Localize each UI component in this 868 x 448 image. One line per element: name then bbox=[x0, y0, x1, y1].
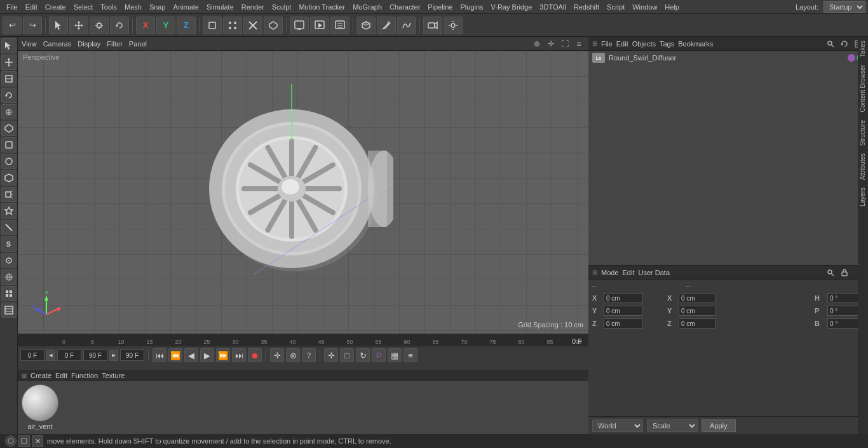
left-tool-4[interactable] bbox=[1, 88, 17, 103]
menu-character[interactable]: Character bbox=[386, 2, 424, 12]
x-axis-button[interactable]: X bbox=[136, 17, 155, 34]
left-tool-12[interactable] bbox=[1, 220, 17, 235]
left-tool-8[interactable] bbox=[1, 154, 17, 169]
vtab-takes[interactable]: Takes bbox=[858, 37, 868, 61]
menu-window[interactable]: Window bbox=[628, 2, 661, 12]
end-frame-field-1[interactable] bbox=[57, 350, 81, 361]
obj-search-icon[interactable] bbox=[825, 38, 836, 50]
y-pos-field[interactable] bbox=[604, 306, 643, 316]
material-sphere[interactable] bbox=[22, 384, 58, 421]
menu-redshift[interactable]: Redshift bbox=[570, 2, 603, 12]
left-tool-14[interactable] bbox=[1, 253, 17, 268]
z-pos-field2[interactable] bbox=[679, 318, 715, 329]
left-tool-9[interactable] bbox=[1, 170, 17, 186]
menu-render[interactable]: Render bbox=[238, 2, 268, 12]
menu-pipeline[interactable]: Pipeline bbox=[424, 2, 456, 12]
left-tool-1[interactable] bbox=[1, 38, 17, 53]
redo-button[interactable]: ↪ bbox=[23, 17, 42, 34]
go-start-button[interactable]: ⏮ bbox=[153, 348, 166, 362]
end-frame-field-3[interactable] bbox=[120, 350, 144, 361]
x-pos-field[interactable] bbox=[604, 293, 643, 303]
attr-menu-edit[interactable]: Edit bbox=[623, 269, 635, 276]
status-icon-3[interactable]: ✕ bbox=[32, 435, 43, 447]
x-pos-field2[interactable] bbox=[679, 293, 715, 303]
viewport-icon-lock[interactable]: ⊕ bbox=[531, 38, 543, 50]
menu-plugins[interactable]: Plugins bbox=[456, 2, 487, 12]
pen-button[interactable] bbox=[377, 17, 396, 34]
start-frame-field[interactable] bbox=[20, 350, 44, 361]
end-frame-field-2[interactable] bbox=[83, 350, 107, 361]
vtab-structure[interactable]: Structure bbox=[858, 116, 868, 150]
next-frame-button[interactable]: ⏩ bbox=[216, 348, 230, 362]
viewport-menu-panel[interactable]: Panel bbox=[129, 40, 147, 48]
menu-script[interactable]: Script bbox=[603, 2, 628, 12]
render-button[interactable] bbox=[310, 17, 329, 34]
light-button[interactable] bbox=[444, 17, 463, 34]
attr-menu-userdata[interactable]: User Data bbox=[639, 269, 670, 276]
polygons-mode-button[interactable] bbox=[264, 17, 283, 34]
z-axis-button[interactable]: Z bbox=[177, 17, 196, 34]
menu-tools[interactable]: Tools bbox=[97, 2, 121, 12]
scale-dropdown[interactable]: Scale bbox=[647, 419, 698, 432]
apply-button[interactable]: Apply bbox=[702, 419, 736, 432]
go-end-button[interactable]: ⏭ bbox=[232, 348, 246, 362]
obj-refresh-icon[interactable] bbox=[839, 38, 850, 50]
mat-menu-edit[interactable]: Edit bbox=[55, 372, 67, 379]
attr-search-icon[interactable] bbox=[825, 267, 836, 278]
vtab-content-browser[interactable]: Content Browser bbox=[858, 61, 868, 116]
rotate-tl-button[interactable]: ↻ bbox=[356, 348, 370, 362]
viewport-icon-settings[interactable]: ≡ bbox=[573, 38, 585, 50]
left-tool-3[interactable] bbox=[1, 71, 17, 86]
left-tool-10[interactable] bbox=[1, 187, 17, 202]
menu-3dtoall[interactable]: 3DTOAll bbox=[536, 2, 569, 12]
play-reverse-button[interactable]: ◀ bbox=[184, 348, 198, 362]
obj-menu-edit[interactable]: Edit bbox=[616, 40, 628, 48]
menu-help[interactable]: Help bbox=[661, 2, 683, 12]
move-tool-button[interactable] bbox=[69, 17, 88, 34]
box-select-button[interactable]: □ bbox=[340, 348, 354, 362]
menu-simulate[interactable]: Simulate bbox=[203, 2, 238, 12]
points-mode-button[interactable] bbox=[223, 17, 242, 34]
keyframe-add-button[interactable]: ✛ bbox=[270, 348, 284, 362]
viewport-menu-display[interactable]: Display bbox=[78, 40, 100, 48]
spline-button[interactable] bbox=[397, 17, 416, 34]
prev-frame-button[interactable]: ⏪ bbox=[168, 348, 182, 362]
left-tool-2[interactable] bbox=[1, 55, 17, 70]
undo-button[interactable]: ↩ bbox=[3, 17, 22, 34]
render-view-button[interactable] bbox=[290, 17, 309, 34]
menu-file[interactable]: File bbox=[3, 2, 22, 12]
play-button[interactable]: ▶ bbox=[200, 348, 214, 362]
rotate-tool-button[interactable] bbox=[110, 17, 129, 34]
viewport-menu-filter[interactable]: Filter bbox=[107, 40, 122, 48]
left-tool-11[interactable] bbox=[1, 203, 17, 219]
world-dropdown[interactable]: World bbox=[592, 419, 643, 432]
edges-mode-button[interactable] bbox=[243, 17, 262, 34]
z-pos-field[interactable] bbox=[604, 318, 643, 329]
grid-tl-button[interactable]: ▦ bbox=[388, 348, 402, 362]
cube-button[interactable] bbox=[356, 17, 376, 34]
viewport-icon-move[interactable]: ✛ bbox=[545, 38, 557, 50]
layout-select[interactable]: Startup bbox=[824, 1, 865, 13]
frame-start-arrow[interactable]: ◄ bbox=[46, 350, 55, 361]
scale-tool-button[interactable] bbox=[90, 17, 109, 34]
left-tool-16[interactable] bbox=[1, 286, 17, 301]
dope-button[interactable]: ≡ bbox=[403, 348, 417, 362]
left-tool-15[interactable] bbox=[1, 269, 17, 285]
keyframe-remove-button[interactable]: ⊗ bbox=[286, 348, 300, 362]
camera-button[interactable] bbox=[423, 17, 442, 34]
obj-menu-objects[interactable]: Objects bbox=[632, 40, 656, 48]
mat-menu-function[interactable]: Function bbox=[71, 372, 98, 379]
objects-body[interactable]: Lo Round_Swirl_Diffuser bbox=[588, 51, 868, 265]
obj-menu-bookmarks[interactable]: Bookmarks bbox=[678, 40, 713, 48]
mat-menu-create[interactable]: Create bbox=[31, 372, 51, 379]
status-icon-2[interactable] bbox=[18, 435, 30, 447]
preview-button[interactable]: P bbox=[372, 348, 386, 362]
object-mode-button[interactable] bbox=[203, 17, 222, 34]
attr-menu-mode[interactable]: Mode bbox=[601, 269, 619, 276]
mat-menu-texture[interactable]: Texture bbox=[102, 372, 125, 379]
render-settings-button[interactable] bbox=[330, 17, 349, 34]
menu-motion-tracker[interactable]: Motion Tracker bbox=[295, 2, 349, 12]
object-row[interactable]: Lo Round_Swirl_Diffuser bbox=[588, 51, 868, 65]
vtab-layers[interactable]: Layers bbox=[858, 184, 868, 210]
menu-mesh[interactable]: Mesh bbox=[121, 2, 146, 12]
